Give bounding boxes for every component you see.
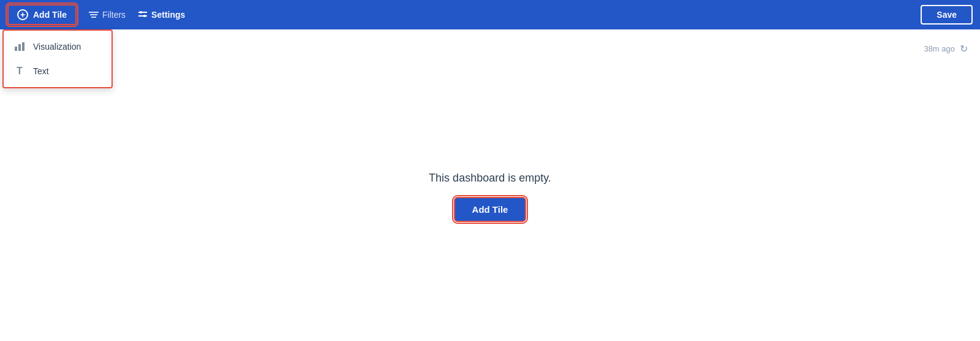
dropdown-item-text[interactable]: T Text [4,59,111,83]
refresh-icon[interactable]: ↻ [960,43,968,55]
svg-rect-6 [22,42,24,51]
text-label: Text [33,66,49,76]
settings-button[interactable]: Settings [138,10,185,20]
timestamp: 38m ago [924,44,955,53]
sliders-icon [138,10,148,20]
bar-chart-icon [13,40,26,53]
filters-button[interactable]: Filters [89,10,126,20]
empty-state: This dashboard is empty. Add Tile [0,63,980,331]
navbar-left: + Add Tile Filters Settings [7,4,921,25]
filters-label: Filters [102,10,126,20]
filter-icon [89,12,99,18]
navbar: + Add Tile Filters Settings Save [0,0,980,29]
timestamp-area: 38m ago ↻ [924,43,968,55]
add-tile-button[interactable]: + Add Tile [7,4,77,25]
center-add-tile-button[interactable]: Add Tile [454,197,527,222]
save-button[interactable]: Save [921,5,973,25]
empty-state-message: This dashboard is empty. [429,172,551,185]
svg-rect-4 [15,47,17,51]
visualization-label: Visualization [33,42,81,52]
plus-circle-icon: + [17,9,28,20]
svg-rect-5 [18,44,21,51]
text-icon: T [13,65,26,77]
svg-point-3 [143,15,146,17]
svg-point-1 [140,11,142,13]
add-tile-label: Add Tile [33,10,67,20]
main-content: hboard ♡ 38m ago ↻ This dashboard is emp… [0,29,980,341]
settings-label: Settings [151,10,185,20]
dropdown-item-visualization[interactable]: Visualization [4,34,111,59]
add-tile-dropdown: Visualization T Text [2,29,113,88]
dashboard-header: hboard ♡ 38m ago ↻ [0,29,980,63]
